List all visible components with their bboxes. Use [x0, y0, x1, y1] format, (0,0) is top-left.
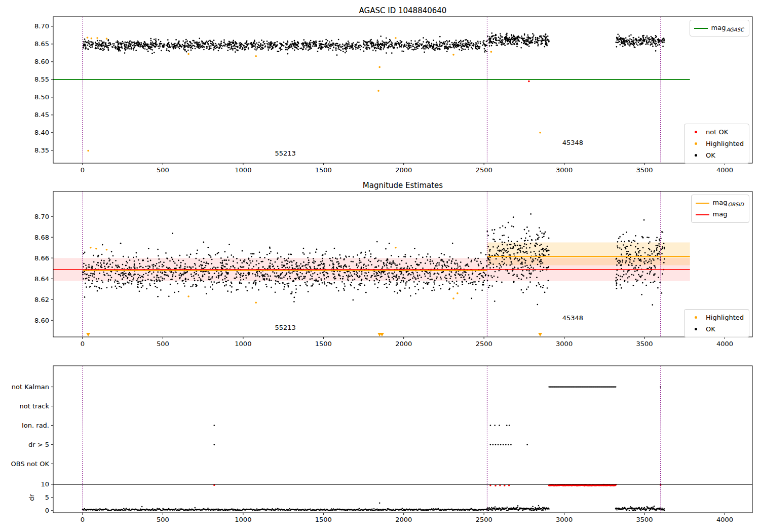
svg-text:4000: 4000	[716, 516, 733, 523]
svg-text:4000: 4000	[716, 166, 733, 174]
mag-line-swatch-icon	[695, 214, 710, 215]
svg-text:OBS not OK: OBS not OK	[11, 460, 50, 468]
scatter-points-p1	[83, 32, 665, 56]
plot-area-p1	[53, 17, 690, 163]
plot2-marker-legend: Highlighted OK	[684, 309, 749, 337]
plot1-marker-legend: not OK Highlighted OK	[684, 124, 749, 164]
legend-item-ok: OK	[688, 323, 744, 335]
highlighted-dot-icon	[688, 142, 703, 145]
ok-dot-icon	[688, 328, 703, 330]
svg-text:1500: 1500	[315, 516, 332, 523]
svg-text:1000: 1000	[235, 166, 251, 174]
mag-agasc-line-swatch-icon	[694, 28, 709, 29]
plot-p3: 050010001500200025003000350040000510not …	[11, 366, 753, 523]
legend-item-not-ok: not OK	[688, 126, 744, 138]
legend-item-highlighted: Highlighted	[688, 312, 744, 323]
legend-label: Highlighted	[706, 140, 744, 147]
svg-text:4000: 4000	[716, 340, 733, 348]
annotation: 45348	[562, 314, 583, 322]
annotation: 55213	[275, 149, 296, 157]
svg-text:2000: 2000	[395, 340, 412, 348]
svg-text:0: 0	[81, 340, 85, 348]
plot-p2: 5521345348050010001500200025003000350040…	[34, 192, 752, 348]
svg-text:8.65: 8.65	[34, 40, 49, 48]
legend-item-highlighted: Highlighted	[688, 138, 744, 149]
svg-text:8.70: 8.70	[34, 22, 49, 30]
ok-dot-icon	[688, 154, 703, 157]
svg-text:500: 500	[157, 516, 169, 523]
marker-series-p1	[87, 37, 541, 152]
svg-text:not track: not track	[19, 402, 49, 410]
svg-text:8.35: 8.35	[34, 146, 49, 154]
highlighted-dot-icon	[688, 316, 703, 319]
legend-label: not OK	[706, 128, 728, 136]
svg-text:8.64: 8.64	[34, 275, 49, 283]
svg-text:1000: 1000	[235, 516, 251, 523]
plot-p1: 5521345348050010001500200025003000350040…	[34, 17, 752, 174]
svg-text:2000: 2000	[395, 516, 412, 523]
y-axis-label: dr	[28, 493, 35, 501]
svg-text:8.60: 8.60	[34, 58, 49, 65]
mag-obsid-line-swatch-icon	[695, 203, 710, 204]
svg-text:500: 500	[157, 340, 169, 348]
svg-text:8.50: 8.50	[34, 93, 49, 101]
svg-text:0: 0	[45, 507, 49, 514]
svg-text:Ion. rad.: Ion. rad.	[22, 422, 49, 429]
svg-text:3000: 3000	[556, 340, 573, 348]
svg-text:1500: 1500	[315, 166, 332, 174]
plot-area-p3	[53, 366, 752, 513]
axes-frame	[53, 366, 752, 513]
svg-text:8.68: 8.68	[34, 234, 49, 241]
figure: 5521345348050010001500200025003000350040…	[0, 0, 760, 532]
svg-text:8.45: 8.45	[34, 111, 49, 119]
legend-label: magOBSID	[713, 199, 744, 207]
legend-item-mag-obsid: magOBSID	[695, 197, 744, 209]
legend-label: mag	[713, 210, 728, 219]
svg-text:3000: 3000	[556, 516, 573, 523]
plot1-title: AGASC ID 1048840640	[53, 6, 752, 15]
plot-area-p2	[53, 192, 690, 337]
legend-label: Highlighted	[706, 314, 744, 321]
svg-text:2500: 2500	[476, 516, 492, 523]
svg-text:8.70: 8.70	[34, 213, 49, 220]
svg-text:3500: 3500	[636, 166, 653, 174]
svg-text:not Kalman: not Kalman	[12, 383, 49, 391]
svg-text:0: 0	[81, 516, 85, 523]
svg-text:10: 10	[41, 480, 49, 488]
svg-text:5: 5	[45, 493, 49, 501]
svg-text:1500: 1500	[315, 340, 332, 348]
svg-text:8.66: 8.66	[34, 254, 49, 262]
svg-text:0: 0	[81, 166, 85, 174]
svg-text:2500: 2500	[476, 166, 492, 174]
svg-text:8.62: 8.62	[34, 296, 49, 303]
svg-text:2000: 2000	[395, 166, 412, 174]
legend-item-mag-agasc: magAGASC	[694, 22, 744, 34]
svg-text:8.60: 8.60	[34, 317, 49, 324]
svg-text:2500: 2500	[476, 340, 492, 348]
svg-text:3000: 3000	[556, 166, 573, 174]
svg-text:500: 500	[157, 166, 169, 174]
not-ok-dot-icon	[688, 131, 703, 133]
svg-text:1000: 1000	[235, 340, 251, 348]
annotation: 45348	[562, 139, 583, 146]
svg-text:3500: 3500	[636, 340, 653, 348]
marker-series-p3	[141, 386, 662, 508]
ticks-p3: 050010001500200025003000350040000510not …	[11, 383, 734, 523]
plot1-line-legend: magAGASC	[690, 20, 749, 36]
svg-text:dr > 5: dr > 5	[28, 441, 49, 448]
annotation: 55213	[275, 324, 296, 331]
svg-text:8.55: 8.55	[34, 75, 49, 83]
dr-trace-p3	[82, 505, 665, 511]
svg-text:3500: 3500	[636, 516, 653, 523]
plot2-title: Magnitude Estimates	[53, 181, 752, 190]
figure-canvas: 5521345348050010001500200025003000350040…	[0, 0, 760, 532]
legend-item-ok: OK	[688, 149, 744, 161]
legend-item-mag: mag	[695, 209, 744, 220]
legend-label: magAGASC	[711, 24, 744, 32]
dot-runs-p3	[548, 386, 617, 486]
plot2-line-legend: magOBSID mag	[691, 195, 749, 223]
legend-label: OK	[706, 325, 715, 333]
svg-text:8.40: 8.40	[34, 129, 49, 136]
legend-label: OK	[706, 151, 715, 159]
